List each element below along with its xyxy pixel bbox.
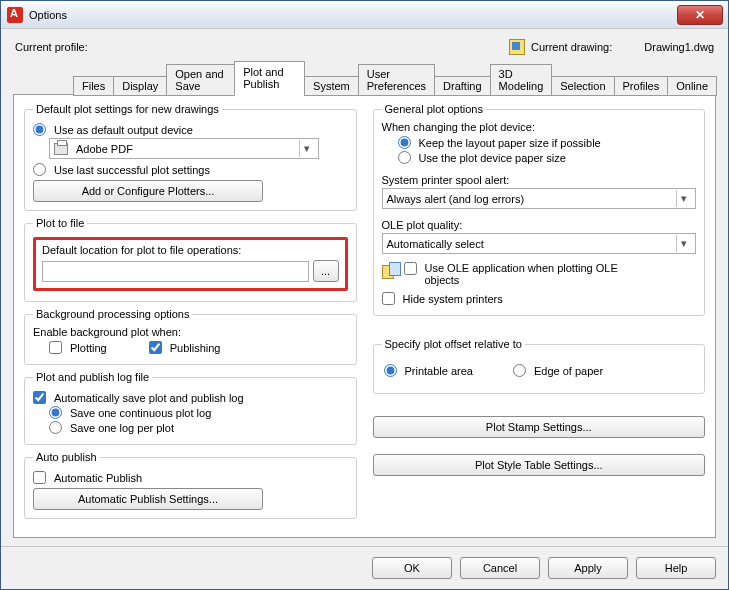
checkbox-auto-save-log[interactable] [33, 391, 46, 404]
label-spool-alert: System printer spool alert: [382, 174, 697, 186]
checkbox-publishing[interactable] [149, 341, 162, 354]
input-plot-file-location-wrap [42, 261, 309, 282]
current-drawing-label: Current drawing: [531, 41, 612, 53]
current-drawing-value: Drawing1.dwg [644, 41, 714, 53]
label-printable-area: Printable area [405, 365, 474, 377]
legend-general-plot: General plot options [382, 103, 486, 115]
label-one-continuous: Save one continuous plot log [70, 407, 211, 419]
radio-one-per-plot[interactable] [49, 421, 62, 434]
chevron-down-icon: ▾ [299, 140, 314, 157]
label-keep-layout-size: Keep the layout paper size if possible [419, 137, 601, 149]
label-plot-file-location: Default location for plot to file operat… [42, 244, 339, 256]
label-use-device-size: Use the plot device paper size [419, 152, 566, 164]
tab-selection[interactable]: Selection [551, 76, 614, 96]
tab-plot-and-publish[interactable]: Plot and Publish [234, 61, 305, 95]
options-dialog: Options ✕ Current profile: Current drawi… [0, 0, 729, 590]
button-browse-location[interactable]: ... [313, 260, 339, 282]
radio-one-continuous[interactable] [49, 406, 62, 419]
legend-log-file: Plot and publish log file [33, 371, 152, 383]
button-apply[interactable]: Apply [548, 557, 628, 579]
button-auto-publish-settings[interactable]: Automatic Publish Settings... [33, 488, 263, 510]
tab-display[interactable]: Display [113, 76, 167, 96]
ole-icon [382, 262, 400, 280]
tab-3d-modeling[interactable]: 3D Modeling [490, 64, 553, 96]
radio-use-device-size[interactable] [398, 151, 411, 164]
radio-keep-layout-size[interactable] [398, 136, 411, 149]
group-plot-offset: Specify plot offset relative to Printabl… [373, 338, 706, 394]
tab-profiles[interactable]: Profiles [614, 76, 669, 96]
left-column: Default plot settings for new drawings U… [24, 103, 357, 529]
checkbox-hide-printers[interactable] [382, 292, 395, 305]
radio-printable-area[interactable] [384, 364, 397, 377]
group-background-processing: Background processing options Enable bac… [24, 308, 357, 365]
label-hide-printers: Hide system printers [403, 293, 503, 305]
button-plot-stamp-settings[interactable]: Plot Stamp Settings... [373, 416, 706, 438]
radio-last-plot[interactable] [33, 163, 46, 176]
group-log-file: Plot and publish log file Automatically … [24, 371, 357, 445]
legend-default-plot: Default plot settings for new drawings [33, 103, 222, 115]
button-ok[interactable]: OK [372, 557, 452, 579]
label-one-per-plot: Save one log per plot [70, 422, 174, 434]
label-when-changing: When changing the plot device: [382, 121, 697, 133]
legend-background-processing: Background processing options [33, 308, 192, 320]
app-icon [7, 7, 23, 23]
group-auto-publish: Auto publish Automatic Publish Automatic… [24, 451, 357, 519]
checkbox-use-ole-app[interactable] [404, 262, 417, 275]
group-general-plot: General plot options When changing the p… [373, 103, 706, 316]
tab-user-preferences[interactable]: User Preferences [358, 64, 435, 96]
right-column: General plot options When changing the p… [373, 103, 706, 529]
label-last-plot: Use last successful plot settings [54, 164, 210, 176]
chevron-down-icon: ▾ [676, 235, 691, 252]
drawing-icon [509, 39, 525, 55]
label-auto-save-log: Automatically save plot and publish log [54, 392, 244, 404]
input-plot-file-location[interactable] [47, 264, 304, 278]
ole-quality-value: Automatically select [387, 238, 484, 250]
legend-plot-offset: Specify plot offset relative to [382, 338, 525, 350]
highlight-box: Default location for plot to file operat… [33, 237, 348, 291]
button-help[interactable]: Help [636, 557, 716, 579]
profile-row: Current profile: Current drawing: Drawin… [13, 35, 716, 61]
label-ole-quality: OLE plot quality: [382, 219, 697, 231]
legend-auto-publish: Auto publish [33, 451, 100, 463]
content: Current profile: Current drawing: Drawin… [1, 29, 728, 546]
group-default-plot: Default plot settings for new drawings U… [24, 103, 357, 211]
radio-edge-of-paper[interactable] [513, 364, 526, 377]
spool-alert-value: Always alert (and log errors) [387, 193, 525, 205]
dialog-footer: OK Cancel Apply Help [1, 546, 728, 589]
button-configure-plotters[interactable]: Add or Configure Plotters... [33, 180, 263, 202]
checkbox-plotting[interactable] [49, 341, 62, 354]
radio-default-output[interactable] [33, 123, 46, 136]
label-default-output: Use as default output device [54, 124, 193, 136]
tab-system[interactable]: System [304, 76, 359, 96]
legend-plot-to-file: Plot to file [33, 217, 87, 229]
close-button[interactable]: ✕ [677, 5, 723, 25]
tab-open-and-save[interactable]: Open and Save [166, 64, 235, 96]
window-title: Options [29, 9, 67, 21]
tab-online[interactable]: Online [667, 76, 717, 96]
label-use-ole-app: Use OLE application when plotting OLE ob… [425, 262, 645, 286]
label-plotting: Plotting [70, 342, 107, 354]
checkbox-auto-publish[interactable] [33, 471, 46, 484]
current-profile-label: Current profile: [15, 41, 88, 53]
tab-files[interactable]: Files [73, 76, 114, 96]
tab-drafting[interactable]: Drafting [434, 76, 491, 96]
label-auto-publish: Automatic Publish [54, 472, 142, 484]
dropdown-output-device[interactable]: Adobe PDF ▾ [49, 138, 319, 159]
label-publishing: Publishing [170, 342, 221, 354]
label-edge-of-paper: Edge of paper [534, 365, 603, 377]
output-device-value: Adobe PDF [76, 143, 133, 155]
button-plot-style-table-settings[interactable]: Plot Style Table Settings... [373, 454, 706, 476]
chevron-down-icon: ▾ [676, 190, 691, 207]
tab-panel: Default plot settings for new drawings U… [13, 94, 716, 538]
button-cancel[interactable]: Cancel [460, 557, 540, 579]
group-plot-to-file: Plot to file Default location for plot t… [24, 217, 357, 302]
dropdown-spool-alert[interactable]: Always alert (and log errors) ▾ [382, 188, 697, 209]
label-enable-bg: Enable background plot when: [33, 326, 348, 338]
titlebar: Options ✕ [1, 1, 728, 29]
printer-icon [54, 143, 68, 155]
dropdown-ole-quality[interactable]: Automatically select ▾ [382, 233, 697, 254]
tab-bar: Files Display Open and Save Plot and Pub… [13, 61, 716, 95]
